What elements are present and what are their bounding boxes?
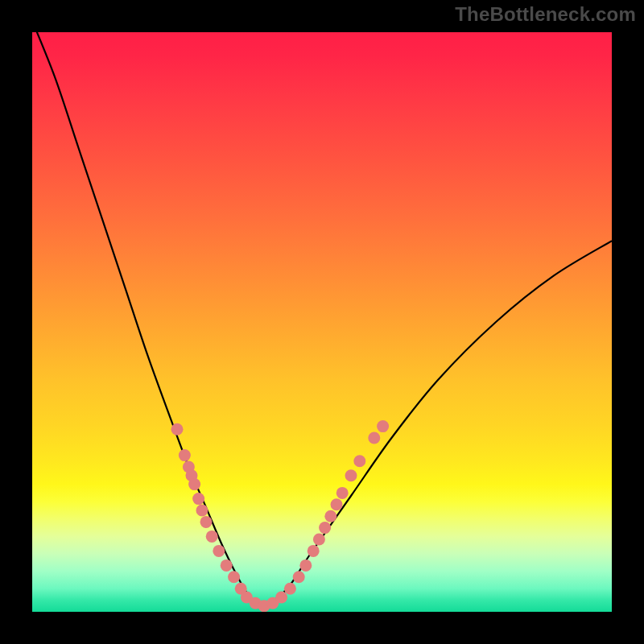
chart-frame: TheBottleneck.com	[0, 0, 644, 644]
plot-area	[32, 32, 612, 612]
marker-point	[221, 559, 233, 572]
marker-point	[213, 545, 225, 557]
marker-point	[206, 530, 218, 543]
marker-point	[345, 469, 357, 481]
marker-point	[200, 516, 213, 528]
marker-point	[368, 432, 380, 444]
bottleneck-curve	[32, 32, 612, 606]
marker-point	[192, 493, 204, 505]
marker-point	[228, 571, 240, 583]
marker-point	[331, 498, 343, 510]
marker-point	[308, 545, 320, 557]
marker-point	[377, 420, 389, 432]
marker-point	[293, 571, 305, 583]
marker-point	[196, 505, 208, 517]
marker-point	[336, 487, 349, 499]
markers-group	[171, 420, 390, 612]
chart-svg	[32, 32, 612, 612]
marker-point	[179, 449, 191, 461]
marker-point	[284, 583, 296, 595]
marker-point	[319, 522, 331, 534]
marker-point	[299, 559, 312, 572]
marker-point	[313, 534, 325, 546]
marker-point	[171, 423, 184, 436]
marker-point	[324, 510, 336, 522]
marker-point	[188, 478, 200, 490]
marker-point	[353, 455, 365, 467]
marker-point	[275, 592, 287, 604]
watermark-text: TheBottleneck.com	[455, 3, 636, 26]
